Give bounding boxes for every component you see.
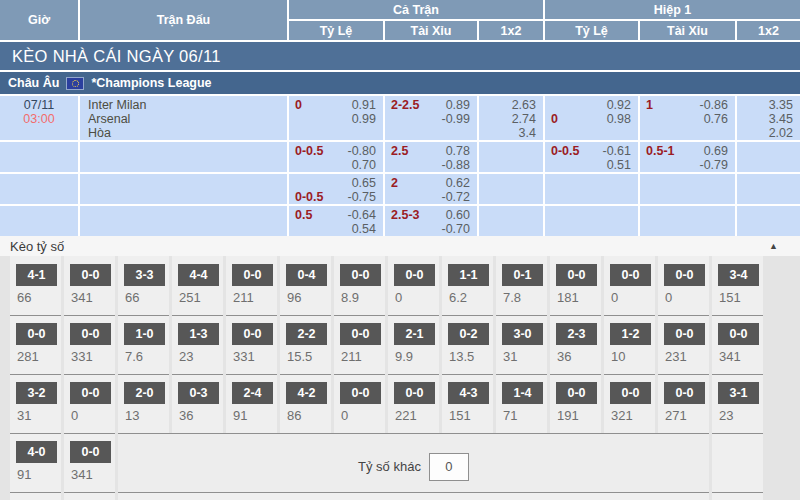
score-cell[interactable]: 1-471 bbox=[496, 374, 547, 433]
score-cell[interactable]: 2-215.5 bbox=[280, 315, 331, 374]
score-label: 0-0 bbox=[232, 264, 273, 286]
score-cell[interactable]: 0-0181 bbox=[550, 256, 601, 315]
score-cell[interactable]: 1-323 bbox=[172, 315, 223, 374]
score-cell[interactable]: 0-0321 bbox=[604, 374, 655, 433]
score-cell[interactable]: 2-491 bbox=[226, 374, 277, 433]
score-odds: 7.6 bbox=[125, 349, 169, 364]
score-cell[interactable]: 3-231 bbox=[10, 374, 61, 433]
score-cell[interactable]: 0-08.9 bbox=[334, 256, 385, 315]
score-cell[interactable]: 3-366 bbox=[118, 256, 169, 315]
score-cell[interactable]: 0-0211 bbox=[334, 315, 385, 374]
odds-cell-ft-overunder-r1[interactable]: 2.50.78-0.88 bbox=[385, 142, 477, 172]
score-cell[interactable]: 0-17.8 bbox=[496, 256, 547, 315]
odds-cell-h1-handicap-r3[interactable] bbox=[545, 206, 638, 236]
odds-cell-ft-overunder-r2[interactable]: 20.62-0.72 bbox=[385, 174, 477, 204]
score-cell[interactable]: 0-00 bbox=[334, 374, 385, 433]
odds-cell-h1-1x2-r2[interactable] bbox=[737, 174, 800, 204]
league-row[interactable]: Châu Âu *Champions League bbox=[0, 72, 800, 94]
odds-cell-ft-overunder-r0[interactable]: 2-2.50.89-0.99 bbox=[385, 96, 477, 140]
score-cell[interactable]: 3-123 bbox=[712, 374, 763, 433]
odds-cell-h1-1x2-r1[interactable] bbox=[737, 142, 800, 172]
score-label: 0-0 bbox=[340, 264, 381, 286]
odds-cell-h1-1x2-r0[interactable]: 3.353.452.02 bbox=[737, 96, 800, 140]
odds-line: -0.99 bbox=[385, 112, 477, 126]
score-label: 4-0 bbox=[16, 441, 57, 463]
odds-cell-h1-handicap-r2[interactable] bbox=[545, 174, 638, 204]
score-cell[interactable]: 4-4251 bbox=[172, 256, 223, 315]
score-cell[interactable]: 0-0221 bbox=[388, 374, 439, 433]
score-cell[interactable]: 0-00 bbox=[658, 256, 709, 315]
odds-value: 0.76 bbox=[704, 112, 728, 126]
score-odds: 341 bbox=[719, 349, 763, 364]
score-cell[interactable]: 0-00 bbox=[604, 256, 655, 315]
score-cell[interactable]: 0-0331 bbox=[64, 315, 115, 374]
odds-line: 00.98 bbox=[545, 112, 638, 126]
odds-cell-ft-1x2-r0[interactable]: 2.632.743.4 bbox=[479, 96, 543, 140]
score-cell[interactable]: 0-0341 bbox=[64, 256, 115, 315]
odds-cell-ft-handicap-r0[interactable]: 00.910.99 bbox=[289, 96, 383, 140]
odds-cell-ft-handicap-r2[interactable]: 0.650-0.5-0.75 bbox=[289, 174, 383, 204]
score-cell[interactable]: 3-031 bbox=[496, 315, 547, 374]
score-cell[interactable]: 0-00 bbox=[64, 374, 115, 433]
odds-value: 0.62 bbox=[446, 176, 470, 190]
odds-cell-h1-handicap-r1[interactable]: 0-0.5-0.610.51 bbox=[545, 142, 638, 172]
score-cell-partial[interactable] bbox=[10, 492, 61, 500]
odds-cell-h1-handicap-r0[interactable]: 0.9200.98 bbox=[545, 96, 638, 140]
odds-cell-h1-overunder-r2[interactable] bbox=[640, 174, 735, 204]
score-row-partial bbox=[118, 492, 709, 500]
collapse-icon[interactable]: ▲ bbox=[769, 241, 778, 251]
score-cell-partial[interactable] bbox=[64, 492, 115, 500]
odds-cell-h1-overunder-r0[interactable]: 1-0.860.76 bbox=[640, 96, 735, 140]
subheader-h1-1x2: 1x2 bbox=[737, 21, 800, 40]
odds-cell-ft-1x2-r1[interactable] bbox=[479, 142, 543, 172]
score-odds: 151 bbox=[719, 290, 763, 305]
score-cell[interactable]: 0-00 bbox=[388, 256, 439, 315]
score-cell[interactable]: 0-496 bbox=[280, 256, 331, 315]
score-cell[interactable]: 0-0191 bbox=[550, 374, 601, 433]
score-cell[interactable]: 0-0211 bbox=[226, 256, 277, 315]
score-cell[interactable]: 4-091 bbox=[10, 433, 61, 492]
score-cell[interactable]: 2-19.9 bbox=[388, 315, 439, 374]
score-cell[interactable]: 0-0231 bbox=[658, 315, 709, 374]
score-odds: 271 bbox=[665, 408, 709, 423]
score-cell[interactable]: 4-286 bbox=[280, 374, 331, 433]
score-cell[interactable]: 1-07.6 bbox=[118, 315, 169, 374]
score-odds: 91 bbox=[233, 408, 277, 423]
score-odds: 8.9 bbox=[341, 290, 385, 305]
score-odds: 0 bbox=[395, 290, 439, 305]
odds-cell-h1-overunder-r3[interactable] bbox=[640, 206, 735, 236]
odds-line: 0.76 bbox=[640, 112, 735, 126]
odds-cell-h1-overunder-r1[interactable]: 0.5-10.69-0.79 bbox=[640, 142, 735, 172]
odds-cell-ft-1x2-r3[interactable] bbox=[479, 206, 543, 236]
score-cell[interactable]: 0-0281 bbox=[10, 315, 61, 374]
score-cell[interactable]: 4-166 bbox=[10, 256, 61, 315]
score-label: 0-0 bbox=[556, 382, 597, 404]
odds-cell-ft-handicap-r3[interactable]: 0.5-0.640.54 bbox=[289, 206, 383, 236]
score-cell[interactable]: 0-213.5 bbox=[442, 315, 493, 374]
score-cell[interactable]: 1-16.2 bbox=[442, 256, 493, 315]
score-label: 0-0 bbox=[70, 441, 111, 463]
odds-line: 0.5-10.69 bbox=[640, 144, 735, 158]
score-cell[interactable]: 0-0331 bbox=[226, 315, 277, 374]
other-score-label: Tỷ số khác bbox=[358, 459, 421, 474]
handicap-label: 2.5-3 bbox=[391, 208, 420, 222]
score-cell[interactable]: 0-0341 bbox=[64, 433, 115, 492]
score-cell[interactable]: 4-3151 bbox=[442, 374, 493, 433]
odds-cell-ft-1x2-r2[interactable] bbox=[479, 174, 543, 204]
score-cell[interactable]: 1-210 bbox=[604, 315, 655, 374]
odds-cell-h1-1x2-r3[interactable] bbox=[737, 206, 800, 236]
league-name: *Champions League bbox=[91, 76, 211, 90]
score-cell[interactable]: 2-336 bbox=[550, 315, 601, 374]
match-cell[interactable]: Inter MilanArsenalHòa bbox=[80, 96, 287, 140]
odds-cell-ft-overunder-r3[interactable]: 2.5-30.60-0.70 bbox=[385, 206, 477, 236]
other-score-input[interactable] bbox=[429, 453, 469, 481]
score-cell[interactable]: 0-0271 bbox=[658, 374, 709, 433]
score-cell[interactable]: 3-4151 bbox=[712, 256, 763, 315]
score-cell[interactable]: 0-0341 bbox=[712, 315, 763, 374]
score-odds: 31 bbox=[503, 349, 547, 364]
subheader-h1-handicap: Tỷ Lệ bbox=[545, 21, 638, 40]
odds-cell-ft-handicap-r1[interactable]: 0-0.5-0.800.70 bbox=[289, 142, 383, 172]
subheader-ft-handicap: Tỷ Lệ bbox=[289, 21, 383, 40]
score-cell[interactable]: 0-336 bbox=[172, 374, 223, 433]
score-cell[interactable]: 2-013 bbox=[118, 374, 169, 433]
